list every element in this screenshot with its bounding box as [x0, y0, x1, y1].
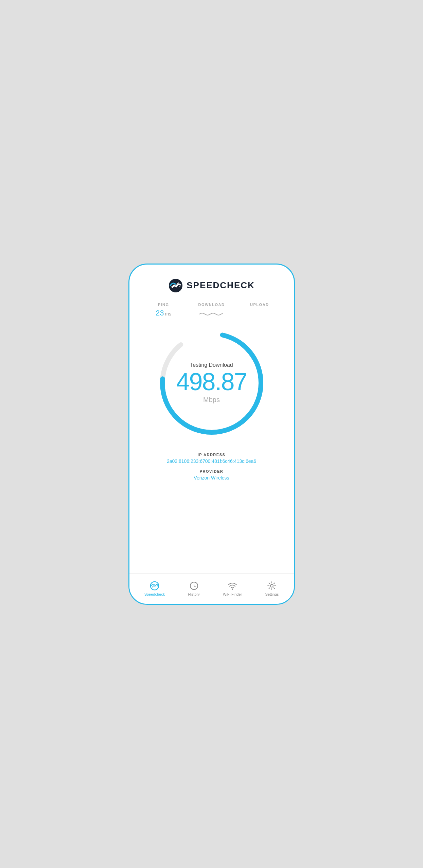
logo-container: SPEEDCHECK	[168, 278, 255, 293]
ping-value: 23ms	[156, 309, 171, 318]
bottom-nav: Speedcheck History	[129, 573, 294, 604]
svg-line-6	[194, 586, 195, 587]
gauge-value: 498.87	[176, 369, 247, 394]
nav-speedcheck-label: Speedcheck	[144, 592, 165, 596]
ping-label: PING	[158, 303, 169, 307]
ping-stat: PING 23ms	[140, 303, 188, 318]
nav-history-label: History	[188, 592, 199, 596]
nav-settings[interactable]: Settings	[260, 578, 284, 599]
upload-stat: UPLOAD	[235, 303, 283, 318]
download-label: DOWNLOAD	[198, 303, 225, 307]
svg-point-9	[270, 584, 273, 587]
nav-wifi[interactable]: WiFi Finder	[217, 578, 247, 599]
app-title: SPEEDCHECK	[187, 280, 255, 291]
nav-wifi-label: WiFi Finder	[223, 592, 242, 596]
nav-settings-label: Settings	[265, 592, 279, 596]
download-stat: DOWNLOAD	[188, 303, 235, 318]
gauge-status: Testing Download	[190, 362, 233, 368]
ip-value: 2a02:8106:233:6700:481f:6c46:413c:6ea6	[140, 458, 284, 464]
svg-point-7	[193, 581, 194, 582]
stats-row: PING 23ms DOWNLOAD UPLOAD	[140, 303, 284, 318]
download-wave-icon	[199, 310, 223, 317]
settings-nav-icon	[267, 581, 277, 591]
gauge-unit: Mbps	[203, 396, 220, 404]
ip-label: IP ADDRESS	[140, 453, 284, 457]
provider-label: PROVIDER	[140, 469, 284, 473]
wifi-nav-icon	[228, 581, 237, 591]
speedcheck-nav-icon	[150, 581, 159, 591]
nav-history[interactable]: History	[182, 578, 205, 599]
phone-frame: SPEEDCHECK PING 23ms DOWNLOAD UPLOAD	[128, 264, 295, 605]
svg-point-8	[232, 589, 233, 590]
speedcheck-logo-icon	[168, 278, 183, 293]
info-section: IP ADDRESS 2a02:8106:233:6700:481f:6c46:…	[140, 453, 284, 486]
nav-speedcheck[interactable]: Speedcheck	[139, 578, 171, 599]
history-nav-icon	[189, 581, 199, 591]
gauge-container: Testing Download 498.87 Mbps	[156, 327, 268, 439]
gauge-inner: Testing Download 498.87 Mbps	[176, 362, 247, 404]
content-area: SPEEDCHECK PING 23ms DOWNLOAD UPLOAD	[129, 265, 294, 573]
upload-label: UPLOAD	[250, 303, 269, 307]
provider-value: Verizon Wireless	[140, 475, 284, 481]
